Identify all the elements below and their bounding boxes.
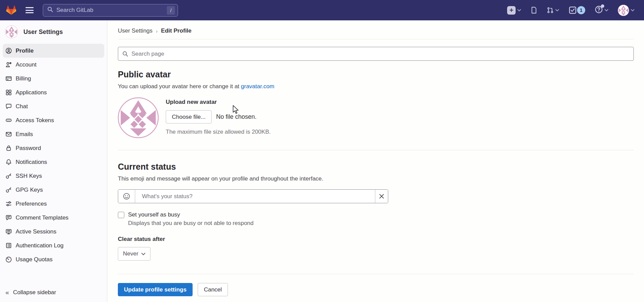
sidebar-item-usage-quotas[interactable]: Usage Quotas <box>3 252 104 266</box>
public-avatar-heading: Public avatar <box>118 70 634 79</box>
set-busy-description: Displays that you are busy or not able t… <box>128 220 634 227</box>
public-avatar-description: You can upload your avatar here or chang… <box>118 83 634 90</box>
todo-list-button[interactable]: 1 <box>569 6 585 14</box>
chevron-down-icon <box>631 9 634 12</box>
sidebar-item-label: Usage Quotas <box>16 256 53 263</box>
status-input-group <box>118 189 388 203</box>
set-busy-checkbox[interactable] <box>118 212 124 218</box>
clear-status-after-dropdown[interactable]: Never <box>118 247 150 261</box>
emails-icon <box>5 131 12 137</box>
close-icon <box>379 194 384 199</box>
preferences-icon <box>5 201 12 207</box>
applications-icon <box>5 89 12 96</box>
sidebar-item-label: Preferences <box>16 201 47 207</box>
authentication-log-icon <box>5 242 12 249</box>
gitlab-logo-icon[interactable] <box>6 5 17 16</box>
sidebar-item-label: Notifications <box>16 159 47 166</box>
merge-request-icon <box>547 6 554 14</box>
sidebar-item-gpg-keys[interactable]: GPG Keys <box>3 183 104 197</box>
billing-icon <box>5 75 12 82</box>
access-tokens-icon <box>5 117 12 124</box>
sidebar-item-password[interactable]: Password <box>3 141 104 155</box>
sidebar-item-label: Emails <box>16 131 33 138</box>
help-menu-button[interactable] <box>595 5 608 15</box>
chat-icon <box>5 103 12 110</box>
chevron-down-icon <box>517 9 521 12</box>
collapse-sidebar-button[interactable]: « Collapse sidebar <box>3 286 105 299</box>
sidebar-item-applications[interactable]: Applications <box>3 86 104 99</box>
update-profile-settings-button[interactable]: Update profile settings <box>118 283 193 296</box>
smiley-icon <box>123 193 130 200</box>
search-shortcut-badge: / <box>167 6 175 15</box>
sidebar-nav: ProfileAccountBillingApplicationsChatAcc… <box>0 42 107 266</box>
sidebar-item-ssh-keys[interactable]: SSH Keys <box>3 169 104 183</box>
sidebar-item-label: Profile <box>16 48 34 54</box>
sidebar-item-account[interactable]: Account <box>3 58 104 72</box>
sidebar-item-chat[interactable]: Chat <box>3 99 104 113</box>
cancel-button[interactable]: Cancel <box>198 283 228 296</box>
merge-requests-menu-button[interactable] <box>547 6 559 14</box>
issues-icon <box>531 6 537 14</box>
sidebar-item-emails[interactable]: Emails <box>3 127 104 141</box>
sidebar-item-billing[interactable]: Billing <box>3 72 104 86</box>
form-actions: Update profile settings Cancel <box>118 283 634 296</box>
sidebar-item-active-sessions[interactable]: Active Sessions <box>3 225 104 239</box>
max-file-size-hint: The maximum file size allowed is 200KB. <box>166 129 271 135</box>
sidebar-item-preferences[interactable]: Preferences <box>3 197 104 211</box>
sidebar-item-access-tokens[interactable]: Access Tokens <box>3 113 104 127</box>
password-icon <box>5 145 12 151</box>
search-icon <box>122 51 128 57</box>
account-icon <box>5 61 12 68</box>
clear-status-button[interactable] <box>375 190 388 203</box>
sidebar-item-notifications[interactable]: Notifications <box>3 155 104 169</box>
emoji-picker-button[interactable] <box>118 190 135 203</box>
sidebar-item-label: Account <box>16 61 36 68</box>
sidebar-item-profile[interactable]: Profile <box>3 44 104 58</box>
global-search-input[interactable]: Search GitLab / <box>43 4 178 17</box>
current-status-description: This emoji and message will appear on yo… <box>118 175 634 182</box>
set-busy-label: Set yourself as busy <box>128 211 180 218</box>
user-avatar <box>618 5 629 16</box>
breadcrumb: User Settings › Edit Profile <box>118 20 634 39</box>
clear-status-after-label: Clear status after <box>118 236 634 243</box>
notifications-icon <box>5 159 12 165</box>
breadcrumb-user-settings-link[interactable]: User Settings <box>118 27 153 34</box>
choose-file-button[interactable]: Choose file... <box>166 110 212 124</box>
chevron-down-icon <box>555 9 559 12</box>
sidebar-item-label: Access Tokens <box>16 117 54 124</box>
current-avatar-image <box>118 97 159 138</box>
breadcrumb-current: Edit Profile <box>161 27 192 34</box>
upload-new-avatar-label: Upload new avatar <box>166 99 271 106</box>
chevron-down-icon <box>605 9 608 12</box>
topbar-actions: + 1 <box>507 5 644 16</box>
clear-status-after-value: Never <box>123 250 138 257</box>
todo-count-badge: 1 <box>577 6 585 14</box>
double-chevron-left-icon: « <box>5 289 9 296</box>
sidebar-item-label: SSH Keys <box>16 173 42 180</box>
sidebar-header: User Settings <box>0 20 107 42</box>
create-new-menu-button[interactable]: + <box>507 6 521 15</box>
app-root: Search GitLab / + <box>0 0 644 302</box>
hamburger-menu-button[interactable] <box>25 7 34 14</box>
plus-icon: + <box>507 6 516 15</box>
key-icon <box>5 173 12 179</box>
page-search-field <box>118 47 634 61</box>
sidebar-item-label: GPG Keys <box>16 187 43 193</box>
active-sessions-icon <box>5 228 12 235</box>
status-message-input[interactable] <box>135 190 375 203</box>
sidebar-item-comment-templates[interactable]: Comment Templates <box>3 211 104 225</box>
settings-sidebar: User Settings ProfileAccountBillingAppli… <box>0 20 107 302</box>
sidebar-item-label: Password <box>16 145 41 152</box>
user-avatar-menu-button[interactable] <box>618 5 634 16</box>
comment-templates-icon <box>5 214 12 221</box>
sidebar-item-label: Comment Templates <box>16 214 69 221</box>
notification-dot <box>601 4 604 8</box>
gravatar-link[interactable]: gravatar.com <box>241 83 274 90</box>
page-search-input[interactable] <box>131 51 629 57</box>
todo-check-icon <box>569 6 577 14</box>
sidebar-item-label: Active Sessions <box>16 228 56 235</box>
search-icon <box>47 6 53 14</box>
issues-button[interactable] <box>531 6 537 14</box>
sidebar-item-authentication-log[interactable]: Authentication Log <box>3 239 104 252</box>
section-divider <box>118 150 634 150</box>
